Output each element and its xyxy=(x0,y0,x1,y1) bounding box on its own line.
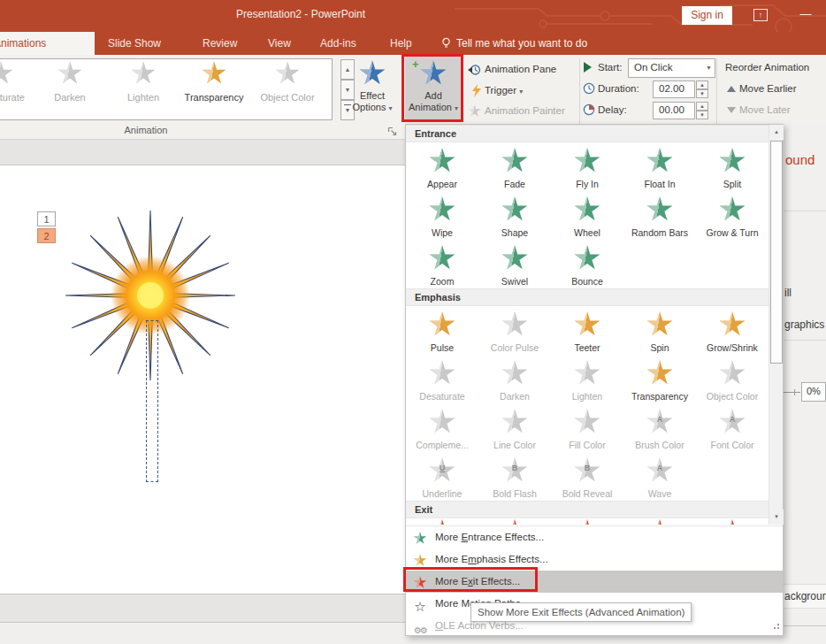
chevron-down-icon: ▾ xyxy=(455,104,458,112)
effect-item-teeter[interactable]: Teeter xyxy=(551,306,623,355)
gallery-item-transparency[interactable]: Transparency xyxy=(179,61,249,118)
effect-item-line-color: Line Color xyxy=(478,403,551,452)
lightbulb-icon xyxy=(440,37,452,50)
effect-item-wheel[interactable]: Wheel xyxy=(551,191,623,240)
delay-label: Delay: xyxy=(598,104,627,119)
gallery-item-label: Lighten xyxy=(108,92,179,103)
effect-item-font-color: AFont Color xyxy=(696,403,769,452)
menu-section-header-exit: Exit xyxy=(406,501,769,518)
reorder-animation-label: Reorder Animation xyxy=(725,62,809,76)
effect-item-lighten: Lighten xyxy=(551,355,623,403)
effect-item-label: Grow/Shrink xyxy=(696,342,769,353)
scroll-up-icon[interactable]: ▲ xyxy=(769,125,784,140)
minimize-button[interactable]: — xyxy=(799,5,813,23)
delay-input[interactable]: 00.00 xyxy=(653,102,695,119)
tab-review[interactable]: Review xyxy=(203,32,237,55)
pane-separator xyxy=(784,211,826,211)
effect-item-darken: Darken xyxy=(478,355,551,403)
effect-item-bold-flash: BBold Flash xyxy=(478,452,551,501)
transparency-slider[interactable] xyxy=(784,392,800,393)
effect-item-pulse[interactable]: Pulse xyxy=(406,306,478,355)
format-background-pane: ound ill graphics 0% ackground xyxy=(784,124,826,644)
effect-item-bold-reveal: BBold Reveal xyxy=(551,452,623,501)
gallery-item-desaturate: Desaturate xyxy=(0,61,36,118)
trigger-button[interactable]: Trigger ▾ xyxy=(485,85,523,99)
scrollbar-thumb[interactable] xyxy=(770,141,783,364)
effect-item-float-in[interactable]: Float In xyxy=(623,142,696,191)
effect-item-grow-shrink[interactable]: Grow/Shrink xyxy=(696,306,769,355)
effect-item-fly-in[interactable]: Fly In xyxy=(551,142,623,191)
effect-item-label: Swivel xyxy=(478,276,551,287)
tab-add-ins[interactable]: Add-ins xyxy=(320,32,356,55)
pane-separator xyxy=(784,625,826,626)
tab-slide-show[interactable]: Slide Show xyxy=(108,32,161,55)
effect-star-icon xyxy=(646,311,673,338)
effect-item-label: Compleme... xyxy=(406,440,478,450)
gallery-item-lighten: Lighten xyxy=(108,61,179,118)
selected-stick-shape[interactable] xyxy=(146,320,158,482)
emphasis-star-icon xyxy=(413,553,427,567)
effect-star-icon xyxy=(646,148,673,174)
effect-item-label: Fade xyxy=(478,179,551,189)
star-core xyxy=(137,282,164,309)
ribbon-display-options-icon[interactable]: ↑ xyxy=(753,9,768,21)
animation-order-badge-1[interactable]: 1 xyxy=(37,211,56,226)
scroll-down-icon[interactable]: ▼ xyxy=(769,510,784,525)
effect-item-wipe[interactable]: Wipe xyxy=(406,191,478,240)
effect-star-icon xyxy=(574,245,600,272)
effect-item-shape[interactable]: Shape xyxy=(478,191,551,240)
effect-item-swivel[interactable]: Swivel xyxy=(478,240,551,288)
tell-me-box[interactable]: Tell me what you want to do xyxy=(456,32,587,55)
effect-item-label: Random Bars xyxy=(623,227,696,238)
effect-item-appear[interactable]: Appear xyxy=(406,142,478,191)
effect-item-color-pulse: Color Pulse xyxy=(478,306,551,355)
gallery-item-label: Darken xyxy=(34,92,105,103)
duration-input[interactable]: 02.00 xyxy=(653,80,695,98)
transparency-value-box[interactable]: 0% xyxy=(801,382,826,402)
effect-star-icon xyxy=(429,360,455,387)
more-exit-effects-item[interactable]: More Exit Effects... xyxy=(406,571,783,593)
effect-item-spin[interactable]: Spin xyxy=(623,306,696,355)
tab-help[interactable]: Help xyxy=(390,32,412,55)
effect-options-button[interactable]: Effect Options ▾ xyxy=(343,57,402,120)
menu-section-header-emphasis: Emphasis xyxy=(406,288,769,306)
effect-star-icon: U xyxy=(429,457,455,484)
duration-spinner[interactable]: ▲▼ xyxy=(696,80,708,98)
titlebar: Presentation2 - PowerPoint Sign in ↑ — xyxy=(0,0,826,32)
start-value: On Click xyxy=(634,62,672,73)
animation-pane-button[interactable]: Animation Pane xyxy=(485,64,556,78)
add-animation-button[interactable]: + Add Animation ▾ xyxy=(405,57,462,120)
reset-background-fragment[interactable]: ackground xyxy=(784,584,826,609)
trigger-lightning-icon xyxy=(471,84,482,97)
effect-star-icon xyxy=(501,409,528,435)
gallery-item-label: Desaturate xyxy=(0,92,36,103)
dialog-launcher-icon[interactable] xyxy=(387,126,398,137)
letter-glyph: B xyxy=(501,464,528,472)
move-earlier-button[interactable]: Move Earlier xyxy=(739,83,797,97)
effect-item-transparency[interactable]: Transparency xyxy=(623,355,696,403)
more-emphasis-effects-item[interactable]: More Emphasis Effects... xyxy=(406,548,783,571)
effect-item-grow-turn[interactable]: Grow & Turn xyxy=(696,191,769,240)
menu-resize-grip[interactable] xyxy=(770,624,779,632)
hide-background-graphics-fragment[interactable]: graphics xyxy=(784,318,824,331)
menu-scrollbar[interactable]: ▲ ▼ xyxy=(769,125,783,525)
powerpoint-window: Presentation2 - PowerPoint Sign in ↑ — A… xyxy=(0,0,826,644)
tab-view[interactable]: View xyxy=(268,32,291,55)
delay-spinner[interactable]: ▲▼ xyxy=(696,102,708,119)
start-dropdown[interactable]: On Click ▼ xyxy=(628,58,715,78)
more-entrance-effects-item[interactable]: More Entrance Effects... xyxy=(406,526,783,548)
effect-item-underline: UUnderline xyxy=(406,452,478,501)
sign-in-button[interactable]: Sign in xyxy=(682,6,732,25)
effect-item-label: Bold Flash xyxy=(478,488,551,499)
move-later-button: Move Later xyxy=(739,104,791,119)
effect-item-random-bars[interactable]: Random Bars xyxy=(623,191,696,240)
animation-order-badge-2[interactable]: 2 xyxy=(37,228,56,243)
effect-item-zoom[interactable]: Zoom xyxy=(406,240,478,288)
tab-animations[interactable]: Animations xyxy=(0,32,95,55)
titlebar-circuit-decoration xyxy=(455,0,826,32)
effect-star-icon xyxy=(501,360,528,387)
effect-item-split[interactable]: Split xyxy=(696,142,769,191)
effect-item-label: Fill Color xyxy=(551,440,623,450)
effect-item-bounce[interactable]: Bounce xyxy=(551,240,623,288)
effect-item-fade[interactable]: Fade xyxy=(478,142,551,191)
